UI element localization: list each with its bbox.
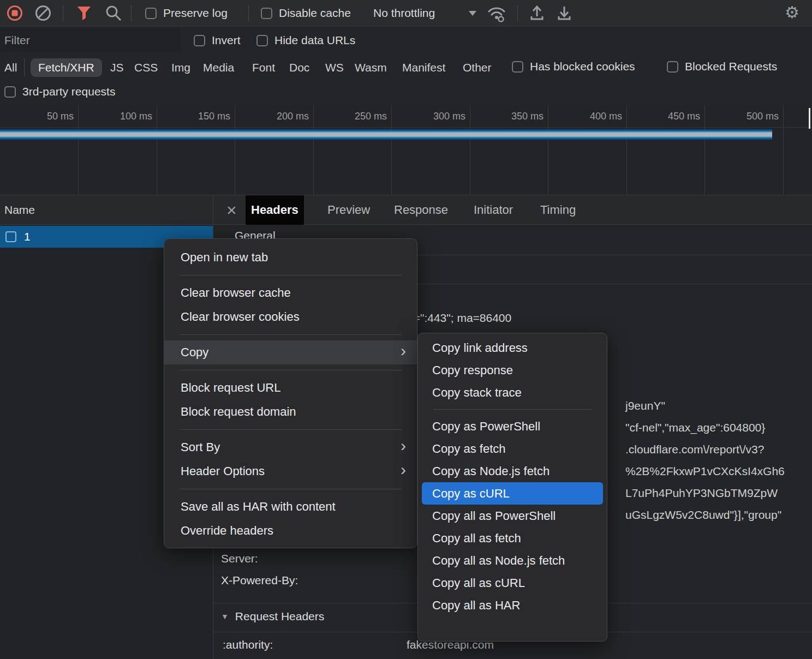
timeline-gridline <box>470 105 470 195</box>
disable-cache-checkbox[interactable] <box>261 8 272 19</box>
tick-450ms: 450 ms <box>640 111 700 122</box>
context-menu: Open in new tab Clear browser cache Clea… <box>164 238 417 548</box>
filter-icon[interactable] <box>76 5 92 21</box>
submenu-copy-link-address[interactable]: Copy link address <box>418 337 607 359</box>
menu-block-request-url[interactable]: Block request URL <box>164 376 417 400</box>
record-stop-icon[interactable] <box>7 5 23 21</box>
hide-data-urls-toggle[interactable]: Hide data URLs <box>256 34 355 47</box>
menu-override-headers[interactable]: Override headers <box>164 519 417 543</box>
x-powered-by-label: X-Powered-By: <box>221 574 298 587</box>
has-blocked-cookies-toggle[interactable]: Has blocked cookies <box>512 60 635 73</box>
tab-timing[interactable]: Timing <box>535 195 581 225</box>
type-filter-all[interactable]: All <box>4 58 17 77</box>
tab-preview[interactable]: Preview <box>322 195 375 225</box>
invert-toggle[interactable]: Invert <box>194 34 241 47</box>
copy-submenu: Copy link address Copy response Copy sta… <box>417 333 607 642</box>
timeline-gridline <box>235 105 235 195</box>
submenu-copy-all-as-powershell[interactable]: Copy all as PowerShell <box>418 505 607 527</box>
settings-gear-icon[interactable]: ⚙ <box>785 4 799 21</box>
submenu-copy-response[interactable]: Copy response <box>418 359 607 381</box>
blocked-requests-checkbox[interactable] <box>667 61 678 73</box>
tick-150ms: 150 ms <box>170 111 230 122</box>
throttling-select[interactable]: No throttling <box>373 7 476 20</box>
submenu-copy-all-as-fetch[interactable]: Copy all as fetch <box>418 527 607 549</box>
invert-checkbox[interactable] <box>194 35 205 46</box>
export-har-icon[interactable] <box>556 4 573 22</box>
preserve-log-toggle[interactable]: Preserve log <box>145 7 228 20</box>
request-row-checkbox[interactable] <box>5 231 16 242</box>
has-blocked-cookies-checkbox[interactable] <box>512 61 523 73</box>
menu-clear-browser-cache[interactable]: Clear browser cache <box>164 281 417 305</box>
hide-data-urls-checkbox[interactable] <box>256 35 268 46</box>
menu-sort-by[interactable]: Sort By › <box>164 435 417 459</box>
tick-300ms: 300 ms <box>405 111 465 122</box>
menu-copy-label: Copy <box>181 345 208 360</box>
type-filter-fetch-xhr[interactable]: Fetch/XHR <box>31 58 102 77</box>
tab-initiator[interactable]: Initiator <box>468 195 518 225</box>
name-column-header[interactable]: Name <box>0 195 213 225</box>
blocked-requests-label: Blocked Requests <box>685 60 777 73</box>
submenu-copy-all-as-har[interactable]: Copy all as HAR <box>418 594 607 616</box>
type-filter-css[interactable]: CSS <box>134 58 158 77</box>
type-filter-manifest[interactable]: Manifest <box>402 58 445 77</box>
network-conditions-icon[interactable] <box>487 5 506 22</box>
menu-clear-browser-cookies[interactable]: Clear browser cookies <box>164 305 417 329</box>
disable-cache-label: Disable cache <box>279 7 351 20</box>
tab-response[interactable]: Response <box>389 195 453 225</box>
type-filter-img[interactable]: Img <box>171 58 190 77</box>
tick-500ms: 500 ms <box>719 111 779 122</box>
menu-copy[interactable]: Copy › <box>164 340 417 364</box>
submenu-chevron-icon: › <box>401 462 406 478</box>
type-filter-js[interactable]: JS <box>110 58 124 77</box>
request-headers-section[interactable]: ▼Request Headers <box>221 610 324 623</box>
menu-separator <box>180 370 402 370</box>
menu-block-request-domain[interactable]: Block request domain <box>164 400 417 424</box>
alt-svc-value-fragment: 3=":443"; ma=86400 <box>407 311 511 325</box>
submenu-copy-as-fetch[interactable]: Copy as fetch <box>418 438 607 460</box>
filter-input[interactable] <box>0 28 180 52</box>
clear-icon[interactable] <box>35 5 51 21</box>
type-filter-ws[interactable]: WS <box>325 58 344 77</box>
menu-separator <box>433 409 592 410</box>
waterfall-overview-bar <box>0 129 772 140</box>
filter-row: Invert Hide data URLs <box>0 27 812 54</box>
type-filter-other[interactable]: Other <box>463 58 492 77</box>
timeline-gridline <box>626 105 627 195</box>
search-icon[interactable] <box>105 4 122 22</box>
tick-400ms: 400 ms <box>562 111 622 122</box>
close-icon[interactable]: × <box>226 195 237 225</box>
submenu-copy-stack-trace[interactable]: Copy stack trace <box>418 381 607 404</box>
menu-header-options[interactable]: Header Options › <box>164 459 417 483</box>
disable-cache-toggle[interactable]: Disable cache <box>261 7 351 20</box>
type-filter-media[interactable]: Media <box>203 58 234 77</box>
type-filter-wasm[interactable]: Wasm <box>355 58 387 77</box>
type-filter-font[interactable]: Font <box>252 58 275 77</box>
submenu-copy-as-nodejs-fetch[interactable]: Copy as Node.js fetch <box>418 460 607 482</box>
devtools-network-panel: Preserve log Disable cache No throttling <box>0 0 812 659</box>
submenu-copy-as-curl[interactable]: Copy as cURL <box>422 482 603 505</box>
timeline-gridline <box>78 105 79 195</box>
request-headers-label: Request Headers <box>235 610 324 622</box>
submenu-copy-as-powershell[interactable]: Copy as PowerShell <box>418 415 607 438</box>
menu-open-in-new-tab[interactable]: Open in new tab <box>164 245 417 269</box>
tab-headers[interactable]: Headers <box>246 195 304 225</box>
menu-save-all-as-har[interactable]: Save all as HAR with content <box>164 495 417 519</box>
has-blocked-cookies-label: Has blocked cookies <box>530 60 635 73</box>
type-filter-doc[interactable]: Doc <box>289 58 309 77</box>
blocked-requests-toggle[interactable]: Blocked Requests <box>667 60 777 73</box>
third-party-checkbox[interactable] <box>4 86 16 98</box>
header-value-fragment: L7uPh4PuhYP3NGbTM9ZpW <box>625 487 778 500</box>
toolbar-divider <box>63 5 63 21</box>
submenu-copy-all-as-nodejs-fetch[interactable]: Copy all as Node.js fetch <box>418 549 607 572</box>
header-value-fragment: j9eunY" <box>625 399 665 412</box>
submenu-copy-all-as-curl[interactable]: Copy all as cURL <box>418 572 607 594</box>
tick-350ms: 350 ms <box>483 111 544 122</box>
toolbar-divider <box>131 5 132 21</box>
import-har-icon[interactable] <box>528 4 546 22</box>
timeline-overview[interactable]: 50 ms 100 ms 150 ms 200 ms 250 ms 300 ms… <box>0 105 812 195</box>
third-party-toggle[interactable]: 3rd-party requests <box>4 85 115 98</box>
submenu-chevron-icon: › <box>401 438 406 454</box>
timeline-gridline <box>157 105 157 195</box>
timeline-scrollbar-handle[interactable] <box>809 108 810 129</box>
preserve-log-checkbox[interactable] <box>145 8 157 19</box>
